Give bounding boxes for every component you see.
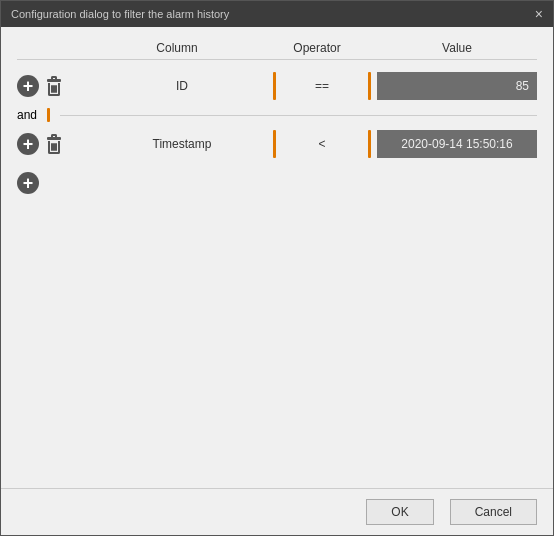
divider-1b: [368, 72, 371, 100]
row-1-value-input[interactable]: [377, 72, 537, 100]
row-2-value-input[interactable]: [377, 130, 537, 158]
delete-condition-button-2[interactable]: [45, 134, 63, 154]
row-1-value: [377, 72, 537, 100]
column-headers: Column Operator Value: [17, 37, 537, 60]
trash-body-icon: [48, 83, 60, 96]
delete-condition-button-1[interactable]: [45, 76, 63, 96]
trash-line-6: [55, 143, 57, 151]
trash-top-icon: [47, 79, 61, 82]
operator-header: Operator: [257, 41, 377, 55]
filter-row-1: + ID ==: [17, 66, 537, 106]
add-new-row-button[interactable]: +: [17, 172, 39, 194]
and-label: and: [17, 108, 37, 122]
divider-2a: [273, 130, 276, 158]
dialog-body: Column Operator Value +: [1, 27, 553, 488]
trash-line-3: [55, 85, 57, 93]
close-button[interactable]: ×: [535, 7, 543, 21]
and-separator: and: [17, 106, 537, 124]
dialog-title: Configuration dialog to filter the alarm…: [11, 8, 229, 20]
divider-1a: [273, 72, 276, 100]
and-line: [60, 115, 537, 116]
value-header: Value: [377, 41, 537, 55]
row-1-column: ID: [97, 79, 267, 93]
ok-button[interactable]: OK: [366, 499, 433, 525]
trash-body-icon-2: [48, 141, 60, 154]
row-2-column: Timestamp: [97, 137, 267, 151]
row-2-value: [377, 130, 537, 158]
dialog-container: Configuration dialog to filter the alarm…: [0, 0, 554, 536]
add-row-section: +: [17, 164, 537, 202]
row-1-actions: +: [17, 75, 97, 97]
column-header: Column: [97, 41, 257, 55]
row-1-operator: ==: [282, 79, 362, 93]
trash-top-icon-2: [47, 137, 61, 140]
dialog-footer: OK Cancel: [1, 488, 553, 535]
cancel-button[interactable]: Cancel: [450, 499, 537, 525]
add-condition-button-1[interactable]: +: [17, 75, 39, 97]
row-2-operator: <: [282, 137, 362, 151]
and-orange-divider: [47, 108, 50, 122]
add-condition-button-2[interactable]: +: [17, 133, 39, 155]
title-bar: Configuration dialog to filter the alarm…: [1, 1, 553, 27]
row-2-actions: +: [17, 133, 97, 155]
filter-rows: + ID ==: [17, 66, 537, 478]
filter-row-2: + Timestamp <: [17, 124, 537, 164]
divider-2b: [368, 130, 371, 158]
